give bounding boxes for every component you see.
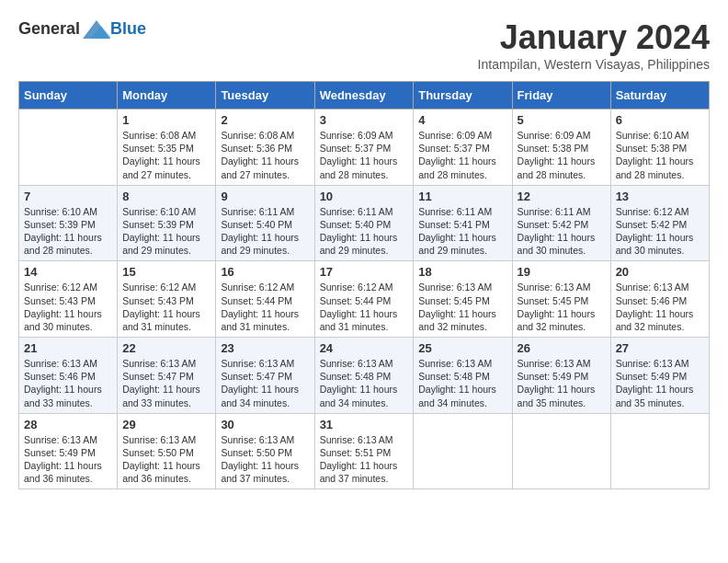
logo-blue-text: Blue: [110, 19, 146, 39]
day-number: 31: [320, 418, 409, 431]
day-info: Sunrise: 6:12 AMSunset: 5:43 PMDaylight:…: [24, 281, 112, 333]
week-row-2: 7Sunrise: 6:10 AMSunset: 5:39 PMDaylight…: [19, 185, 710, 261]
day-number: 3: [320, 113, 409, 127]
day-header-friday: Friday: [512, 82, 610, 109]
day-info: Sunrise: 6:09 AMSunset: 5:37 PMDaylight:…: [320, 129, 409, 181]
day-number: 25: [418, 341, 506, 355]
day-number: 11: [418, 190, 506, 203]
day-number: 1: [122, 113, 210, 127]
calendar-cell: 4Sunrise: 6:09 AMSunset: 5:37 PMDaylight…: [414, 109, 512, 186]
day-number: 2: [221, 113, 309, 127]
month-title: January 2024: [478, 18, 710, 57]
day-header-thursday: Thursday: [414, 82, 512, 109]
day-info: Sunrise: 6:13 AMSunset: 5:47 PMDaylight:…: [221, 357, 309, 409]
day-number: 19: [518, 265, 606, 279]
calendar-cell: [610, 413, 709, 489]
calendar-cell: 31Sunrise: 6:13 AMSunset: 5:51 PMDayligh…: [314, 413, 414, 489]
day-info: Sunrise: 6:13 AMSunset: 5:50 PMDaylight:…: [122, 433, 210, 486]
week-row-1: 1Sunrise: 6:08 AMSunset: 5:35 PMDaylight…: [19, 109, 710, 186]
calendar-cell: 28Sunrise: 6:13 AMSunset: 5:49 PMDayligh…: [19, 413, 118, 489]
day-header-sunday: Sunday: [19, 82, 118, 109]
calendar-cell: 22Sunrise: 6:13 AMSunset: 5:47 PMDayligh…: [118, 338, 216, 414]
calendar-cell: 21Sunrise: 6:13 AMSunset: 5:46 PMDayligh…: [19, 338, 118, 414]
day-info: Sunrise: 6:08 AMSunset: 5:36 PMDaylight:…: [221, 129, 309, 181]
calendar-cell: 17Sunrise: 6:12 AMSunset: 5:44 PMDayligh…: [314, 261, 414, 338]
calendar-cell: 19Sunrise: 6:13 AMSunset: 5:45 PMDayligh…: [512, 261, 610, 338]
day-number: 23: [221, 341, 309, 355]
calendar-cell: [414, 413, 512, 489]
day-header-wednesday: Wednesday: [314, 82, 414, 109]
calendar-cell: 15Sunrise: 6:12 AMSunset: 5:43 PMDayligh…: [118, 261, 216, 338]
day-info: Sunrise: 6:11 AMSunset: 5:40 PMDaylight:…: [221, 205, 309, 258]
day-info: Sunrise: 6:13 AMSunset: 5:48 PMDaylight:…: [320, 357, 409, 409]
day-info: Sunrise: 6:11 AMSunset: 5:42 PMDaylight:…: [518, 205, 606, 258]
day-number: 24: [320, 341, 409, 355]
day-info: Sunrise: 6:11 AMSunset: 5:40 PMDaylight:…: [320, 205, 409, 258]
day-info: Sunrise: 6:08 AMSunset: 5:35 PMDaylight:…: [122, 129, 210, 181]
logo: General Blue: [18, 18, 146, 39]
day-number: 29: [122, 418, 210, 431]
day-header-tuesday: Tuesday: [216, 82, 314, 109]
calendar-cell: 20Sunrise: 6:13 AMSunset: 5:46 PMDayligh…: [610, 261, 709, 338]
calendar-cell: 6Sunrise: 6:10 AMSunset: 5:38 PMDaylight…: [610, 109, 709, 186]
day-number: 8: [122, 190, 210, 203]
day-info: Sunrise: 6:10 AMSunset: 5:39 PMDaylight:…: [24, 205, 112, 258]
day-header-monday: Monday: [118, 82, 216, 109]
day-number: 9: [221, 190, 309, 203]
day-number: 21: [24, 341, 112, 355]
calendar-cell: [19, 109, 118, 186]
calendar-cell: 16Sunrise: 6:12 AMSunset: 5:44 PMDayligh…: [216, 261, 314, 338]
day-info: Sunrise: 6:13 AMSunset: 5:49 PMDaylight:…: [616, 357, 704, 409]
day-number: 13: [616, 190, 704, 203]
day-info: Sunrise: 6:13 AMSunset: 5:51 PMDaylight:…: [320, 433, 409, 486]
calendar-cell: 25Sunrise: 6:13 AMSunset: 5:48 PMDayligh…: [414, 338, 512, 414]
day-info: Sunrise: 6:11 AMSunset: 5:41 PMDaylight:…: [418, 205, 506, 258]
calendar-cell: 11Sunrise: 6:11 AMSunset: 5:41 PMDayligh…: [414, 185, 512, 261]
day-info: Sunrise: 6:13 AMSunset: 5:49 PMDaylight:…: [518, 357, 606, 409]
day-number: 26: [518, 341, 606, 355]
logo-icon: [83, 18, 110, 39]
day-number: 28: [24, 418, 112, 431]
day-number: 4: [418, 113, 506, 127]
calendar-cell: 23Sunrise: 6:13 AMSunset: 5:47 PMDayligh…: [216, 338, 314, 414]
day-info: Sunrise: 6:10 AMSunset: 5:38 PMDaylight:…: [616, 129, 704, 181]
day-number: 14: [24, 265, 112, 279]
day-number: 17: [320, 265, 409, 279]
logo-general-text: General: [18, 19, 80, 39]
day-info: Sunrise: 6:13 AMSunset: 5:49 PMDaylight:…: [24, 433, 112, 486]
day-number: 20: [616, 265, 704, 279]
day-info: Sunrise: 6:12 AMSunset: 5:44 PMDaylight:…: [221, 281, 309, 333]
calendar-cell: 29Sunrise: 6:13 AMSunset: 5:50 PMDayligh…: [118, 413, 216, 489]
calendar-cell: 9Sunrise: 6:11 AMSunset: 5:40 PMDaylight…: [216, 185, 314, 261]
day-number: 30: [221, 418, 309, 431]
calendar-cell: 7Sunrise: 6:10 AMSunset: 5:39 PMDaylight…: [19, 185, 118, 261]
day-number: 27: [616, 341, 704, 355]
calendar-cell: 12Sunrise: 6:11 AMSunset: 5:42 PMDayligh…: [512, 185, 610, 261]
week-row-4: 21Sunrise: 6:13 AMSunset: 5:46 PMDayligh…: [19, 338, 710, 414]
day-info: Sunrise: 6:13 AMSunset: 5:50 PMDaylight:…: [221, 433, 309, 486]
day-info: Sunrise: 6:13 AMSunset: 5:45 PMDaylight:…: [418, 281, 506, 333]
calendar-cell: 24Sunrise: 6:13 AMSunset: 5:48 PMDayligh…: [314, 338, 414, 414]
calendar-cell: 14Sunrise: 6:12 AMSunset: 5:43 PMDayligh…: [19, 261, 118, 338]
day-number: 10: [320, 190, 409, 203]
calendar-cell: 10Sunrise: 6:11 AMSunset: 5:40 PMDayligh…: [314, 185, 414, 261]
page-header: General Blue January 2024 Intampilan, We…: [18, 18, 710, 72]
day-number: 16: [221, 265, 309, 279]
days-header-row: SundayMondayTuesdayWednesdayThursdayFrid…: [19, 82, 710, 109]
day-info: Sunrise: 6:13 AMSunset: 5:48 PMDaylight:…: [418, 357, 506, 409]
calendar-cell: [512, 413, 610, 489]
day-info: Sunrise: 6:12 AMSunset: 5:44 PMDaylight:…: [320, 281, 409, 333]
calendar-cell: 2Sunrise: 6:08 AMSunset: 5:36 PMDaylight…: [216, 109, 314, 186]
location-subtitle: Intampilan, Western Visayas, Philippines: [478, 57, 710, 72]
day-info: Sunrise: 6:12 AMSunset: 5:42 PMDaylight:…: [616, 205, 704, 258]
day-number: 22: [122, 341, 210, 355]
day-info: Sunrise: 6:13 AMSunset: 5:46 PMDaylight:…: [24, 357, 112, 409]
calendar-cell: 27Sunrise: 6:13 AMSunset: 5:49 PMDayligh…: [610, 338, 709, 414]
day-info: Sunrise: 6:13 AMSunset: 5:47 PMDaylight:…: [122, 357, 210, 409]
calendar-cell: 5Sunrise: 6:09 AMSunset: 5:38 PMDaylight…: [512, 109, 610, 186]
day-number: 7: [24, 190, 112, 203]
calendar-cell: 26Sunrise: 6:13 AMSunset: 5:49 PMDayligh…: [512, 338, 610, 414]
day-info: Sunrise: 6:13 AMSunset: 5:46 PMDaylight:…: [616, 281, 704, 333]
day-info: Sunrise: 6:10 AMSunset: 5:39 PMDaylight:…: [122, 205, 210, 258]
day-info: Sunrise: 6:13 AMSunset: 5:45 PMDaylight:…: [518, 281, 606, 333]
